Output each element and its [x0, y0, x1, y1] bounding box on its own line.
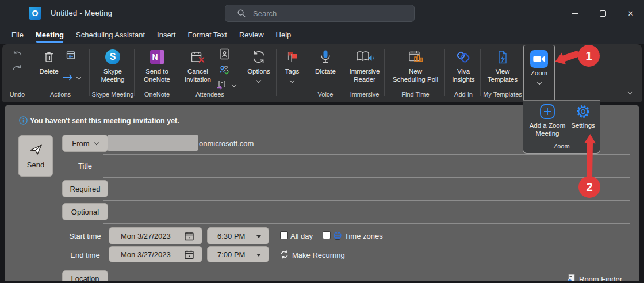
group-separator: [343, 49, 343, 96]
dictate-button[interactable]: Dictate: [308, 46, 343, 76]
group-caption-attendees: Attendees: [179, 91, 240, 98]
zoom-chevron-icon: [536, 79, 541, 84]
menu-format-text[interactable]: Format Text: [188, 26, 227, 44]
from-label: From: [72, 139, 89, 148]
meeting-to-appointment-icon[interactable]: [65, 50, 76, 61]
menu-scheduling-assistant[interactable]: Scheduling Assistant: [76, 26, 145, 44]
group-separator: [444, 49, 445, 96]
menu-insert[interactable]: Insert: [157, 26, 176, 44]
zoom-dropdown-panel: Add a Zoom Meeting Settings Zoom: [523, 100, 600, 154]
add-zoom-meeting-label: Add a Zoom Meeting: [530, 122, 566, 137]
redo-icon[interactable]: [12, 63, 23, 72]
trash-icon: [42, 49, 56, 64]
minimize-icon: [572, 13, 578, 13]
ribbon-group-options: Options: [241, 44, 277, 102]
group-caption-undo: Undo: [5, 91, 30, 98]
from-button[interactable]: From: [62, 135, 108, 152]
required-input[interactable]: [106, 179, 630, 199]
onenote-icon: N: [150, 50, 164, 64]
viva-insights-button[interactable]: Viva Insights: [446, 46, 481, 83]
menu-help[interactable]: Help: [276, 26, 292, 44]
ribbon-group-actions: Delete Actions: [32, 44, 89, 102]
end-time-label: End time: [62, 251, 108, 259]
room-finder-icon: [568, 274, 576, 281]
all-day-checkbox[interactable]: [280, 231, 288, 239]
all-day-label: All day: [290, 232, 313, 240]
start-time-picker[interactable]: 6:30 PM: [207, 227, 269, 244]
menu-review[interactable]: Review: [239, 26, 264, 44]
menu-meeting[interactable]: Meeting: [36, 26, 64, 44]
immersive-reader-button[interactable]: Immersive Reader: [344, 46, 385, 83]
required-button[interactable]: Required: [62, 180, 108, 197]
group-caption-actions: Actions: [32, 91, 89, 98]
delete-label: Delete: [39, 68, 58, 76]
row-separator: [103, 154, 630, 155]
calendar-icon: [184, 231, 194, 241]
from-chevron-icon: [94, 140, 98, 144]
send-button[interactable]: Send: [18, 135, 53, 177]
group-caption-findtime: Find Time: [386, 91, 445, 98]
collapse-ribbon-chevron-icon[interactable]: [628, 90, 632, 94]
forward-menu-chevron-icon[interactable]: [76, 75, 81, 79]
required-label: Required: [70, 185, 101, 193]
minimize-button[interactable]: [568, 6, 581, 20]
globe-icon: [333, 231, 342, 240]
dictate-label: Dictate: [315, 68, 336, 76]
search-input[interactable]: Search: [225, 5, 415, 22]
cancel-invitation-icon: [190, 50, 206, 64]
make-recurring-label[interactable]: Make Recurring: [292, 251, 345, 259]
address-book-icon[interactable]: [220, 48, 229, 60]
options-button[interactable]: Options: [241, 46, 277, 82]
start-date-picker[interactable]: Mon 3/27/2023: [109, 227, 202, 244]
tags-button[interactable]: Tags: [278, 46, 306, 82]
undo-icon[interactable]: [12, 48, 23, 58]
request-responses-icon[interactable]: [218, 64, 231, 75]
location-label: Location: [71, 274, 99, 281]
new-scheduling-poll-button[interactable]: New Scheduling Poll: [386, 46, 445, 83]
tags-label: Tags: [285, 68, 299, 76]
forward-icon[interactable]: [62, 74, 75, 81]
settings-gear-icon: [575, 104, 591, 120]
view-templates-icon: [495, 49, 510, 65]
scheduling-poll-icon: [408, 49, 424, 64]
response-options-icon[interactable]: [216, 80, 227, 90]
zoom-ribbon-button[interactable]: Zoom: [523, 45, 555, 101]
cancel-invitation-label: Cancel Invitation: [185, 68, 211, 83]
ribbon-group-attendees: Cancel Invitation Attendees: [179, 44, 240, 102]
maximize-button[interactable]: [596, 6, 610, 20]
viva-insights-label: Viva Insights: [452, 68, 475, 83]
group-separator: [89, 49, 90, 96]
optional-input[interactable]: [106, 202, 630, 222]
optional-button[interactable]: Optional: [62, 203, 108, 220]
end-time-value: 7:00 PM: [217, 250, 245, 259]
time-zones-checkbox[interactable]: [323, 231, 331, 239]
options-sync-icon: [251, 49, 267, 64]
response-options-chevron-icon[interactable]: [232, 82, 236, 87]
ribbon-group-undo: Undo: [5, 44, 30, 102]
title-input[interactable]: [106, 156, 630, 176]
end-time-picker[interactable]: 7:00 PM: [207, 246, 269, 262]
unsent-invitation-notice: You haven't sent this meeting invitation…: [30, 117, 179, 125]
window-title: Untitled - Meeting: [51, 9, 112, 17]
start-date-value: Mon 3/27/2023: [121, 232, 171, 240]
add-zoom-meeting-button[interactable]: Add a Zoom Meeting: [526, 104, 569, 137]
location-button[interactable]: Location: [62, 270, 108, 281]
start-time-value: 6:30 PM: [217, 232, 245, 240]
view-templates-label: View Templates: [488, 68, 518, 83]
ribbon: Undo Delete Actions S Skype Meeting: [2, 44, 642, 102]
group-caption-immersive: Immersive: [344, 91, 385, 98]
close-button[interactable]: ✕: [624, 6, 638, 20]
ribbon-group-findtime: New Scheduling Poll Find Time: [386, 44, 445, 102]
group-caption-addin: Add-in: [446, 91, 481, 98]
end-date-picker[interactable]: Mon 3/27/2023: [109, 246, 202, 262]
send-to-onenote-button[interactable]: N Send to OneNote: [136, 46, 178, 83]
menu-file[interactable]: File: [12, 26, 24, 44]
cancel-invitation-button[interactable]: Cancel Invitation: [181, 46, 215, 83]
step2-badge: 2: [578, 176, 600, 198]
zoom-settings-button[interactable]: Settings: [569, 104, 597, 130]
send-plane-icon: [28, 143, 44, 156]
delete-button[interactable]: Delete: [33, 46, 65, 76]
skype-meeting-button[interactable]: S Skype Meeting: [91, 46, 135, 83]
view-templates-button[interactable]: View Templates: [482, 46, 523, 83]
room-finder-button[interactable]: Room Finder: [579, 275, 622, 281]
